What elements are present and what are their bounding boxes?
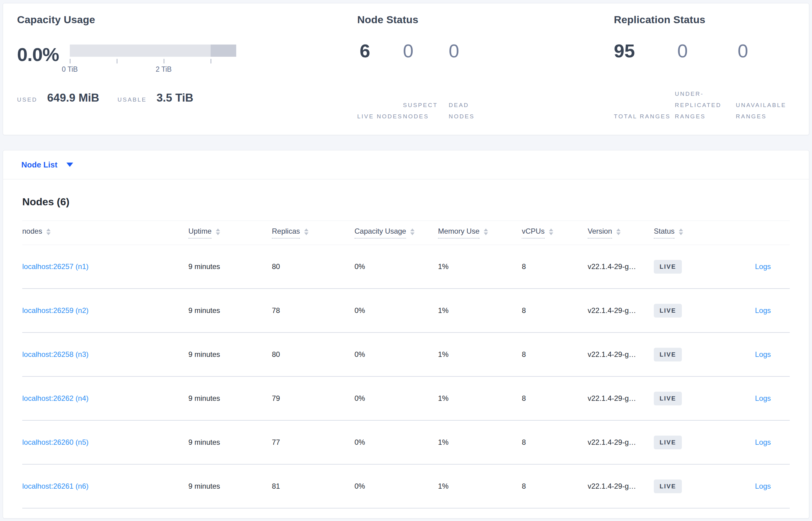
column-header-replicas[interactable]: Replicas <box>272 227 355 239</box>
capacity-usage-title: Capacity Usage <box>17 14 357 26</box>
node-status-section: Node Status 6 0 0 LIVE NODES SUSPECT NOD… <box>357 3 614 135</box>
usable-value: 3.5 TiB <box>157 91 193 104</box>
node-address-link[interactable]: localhost:26258 (n3) <box>22 350 88 358</box>
node-address-link[interactable]: localhost:26259 (n2) <box>22 306 88 315</box>
logs-link[interactable]: Logs <box>755 262 771 271</box>
axis-tick-mark <box>164 59 164 64</box>
cell-capacity-usage: 0% <box>355 394 438 403</box>
sort-arrows-icon[interactable] <box>679 228 683 235</box>
node-status-title: Node Status <box>357 14 614 26</box>
cell-replicas: 81 <box>272 482 355 491</box>
logs-link[interactable]: Logs <box>755 394 771 402</box>
column-header-memory-use[interactable]: Memory Use <box>438 227 522 239</box>
logs-link[interactable]: Logs <box>755 306 771 315</box>
live-nodes-count: 6 <box>360 42 403 61</box>
column-label: Replicas <box>272 227 300 239</box>
column-header-status[interactable]: Status <box>654 227 753 239</box>
used-label: USED <box>17 96 38 103</box>
logs-link[interactable]: Logs <box>755 438 771 446</box>
axis-tick-mark <box>117 59 117 64</box>
cell-uptime: 9 minutes <box>188 394 272 403</box>
cell-logs: Logs <box>753 262 790 271</box>
column-label: Capacity Usage <box>355 227 406 239</box>
column-header-nodes[interactable]: nodes <box>22 227 188 239</box>
node-status-labels: LIVE NODES SUSPECT NODES DEAD NODES <box>357 99 614 122</box>
column-header-version[interactable]: Version <box>588 227 654 239</box>
capacity-gauge: 0.0% 0 TiB2 TiB <box>17 43 357 74</box>
column-header-capacity-usage[interactable]: Capacity Usage <box>355 227 438 239</box>
cell-memory-use: 1% <box>438 482 522 491</box>
cell-capacity-usage: 0% <box>355 262 438 271</box>
table-row: localhost:26258 (n3)9 minutes800%1%8v22.… <box>22 333 790 377</box>
node-address-link[interactable]: localhost:26257 (n1) <box>22 262 88 271</box>
table-row: localhost:26257 (n1)9 minutes800%1%8v22.… <box>22 245 790 289</box>
status-badge: LIVE <box>654 304 682 318</box>
cell-status: LIVE <box>654 304 753 318</box>
logs-link[interactable]: Logs <box>755 350 771 358</box>
cell-memory-use: 1% <box>438 306 522 315</box>
unavailable-ranges-count: 0 <box>738 42 748 61</box>
nodes-table-title: Nodes (6) <box>22 196 790 208</box>
cell-capacity-usage: 0% <box>355 306 438 315</box>
total-ranges-count: 95 <box>614 42 677 61</box>
cell-memory-use: 1% <box>438 394 522 403</box>
cell-logs: Logs <box>753 394 790 403</box>
cell-uptime: 9 minutes <box>188 482 272 491</box>
replication-status-section: Replication Status 95 0 0 TOTAL RANGES U… <box>614 3 809 135</box>
sort-arrows-icon[interactable] <box>304 228 308 235</box>
replication-status-title: Replication Status <box>614 14 809 26</box>
table-row: localhost:26260 (n5)9 minutes770%1%8v22.… <box>22 421 790 465</box>
suspect-nodes-label: SUSPECT NODES <box>403 99 449 122</box>
node-list-card: Node List Nodes (6) nodesUptimeReplicasC… <box>3 150 809 519</box>
live-nodes-label: LIVE NODES <box>357 111 403 122</box>
total-ranges-label: TOTAL RANGES <box>614 111 675 122</box>
sort-arrows-icon[interactable] <box>46 228 51 235</box>
cell-vcpus: 8 <box>522 394 588 403</box>
status-badge: LIVE <box>654 479 682 493</box>
status-badge: LIVE <box>654 260 682 274</box>
column-label: Uptime <box>188 227 212 239</box>
cell-version: v22.1.4-29-g… <box>588 438 654 447</box>
cell-version: v22.1.4-29-g… <box>588 350 654 359</box>
node-status-numbers: 6 0 0 <box>357 42 614 61</box>
cell-capacity-usage: 0% <box>355 482 438 491</box>
cell-version: v22.1.4-29-g… <box>588 306 654 315</box>
cell-memory-use: 1% <box>438 350 522 359</box>
column-label: Status <box>654 227 674 239</box>
cell-memory-use: 1% <box>438 262 522 271</box>
column-header-vcpus[interactable]: vCPUs <box>522 227 588 239</box>
nodes-table-body: localhost:26257 (n1)9 minutes800%1%8v22.… <box>22 245 790 508</box>
cell-nodes: localhost:26261 (n6) <box>22 482 188 491</box>
sort-arrows-icon[interactable] <box>484 228 488 235</box>
cell-logs: Logs <box>753 350 790 359</box>
replication-labels: TOTAL RANGES UNDER-REPLICATED RANGES UNA… <box>614 88 809 122</box>
cell-logs: Logs <box>753 306 790 315</box>
cell-uptime: 9 minutes <box>188 350 272 359</box>
chevron-down-icon[interactable] <box>67 163 73 167</box>
column-label: vCPUs <box>522 227 545 239</box>
cell-uptime: 9 minutes <box>188 262 272 271</box>
suspect-nodes-count: 0 <box>403 42 449 61</box>
sort-arrows-icon[interactable] <box>549 228 553 235</box>
sort-arrows-icon[interactable] <box>216 228 220 235</box>
column-label: Memory Use <box>438 227 479 239</box>
axis-tick-mark <box>70 59 70 64</box>
logs-link[interactable]: Logs <box>755 482 771 490</box>
node-address-link[interactable]: localhost:26260 (n5) <box>22 438 88 446</box>
cell-version: v22.1.4-29-g… <box>588 482 654 491</box>
column-header-uptime[interactable]: Uptime <box>188 227 272 239</box>
cell-version: v22.1.4-29-g… <box>588 262 654 271</box>
sort-arrows-icon[interactable] <box>410 228 414 235</box>
cell-version: v22.1.4-29-g… <box>588 394 654 403</box>
cell-status: LIVE <box>654 392 753 405</box>
capacity-usage-section: Capacity Usage 0.0% 0 TiB2 TiB USED 649.… <box>3 3 357 135</box>
unavailable-ranges-label: UNAVAILABLE RANGES <box>736 99 797 122</box>
node-list-dropdown[interactable]: Node List <box>21 160 57 169</box>
cell-nodes: localhost:26262 (n4) <box>22 394 188 403</box>
usable-label: USABLE <box>118 96 147 103</box>
cell-vcpus: 8 <box>522 438 588 447</box>
capacity-bar-chart: 0 TiB2 TiB <box>70 45 236 74</box>
node-address-link[interactable]: localhost:26262 (n4) <box>22 394 88 402</box>
sort-arrows-icon[interactable] <box>616 228 621 235</box>
node-address-link[interactable]: localhost:26261 (n6) <box>22 482 88 490</box>
